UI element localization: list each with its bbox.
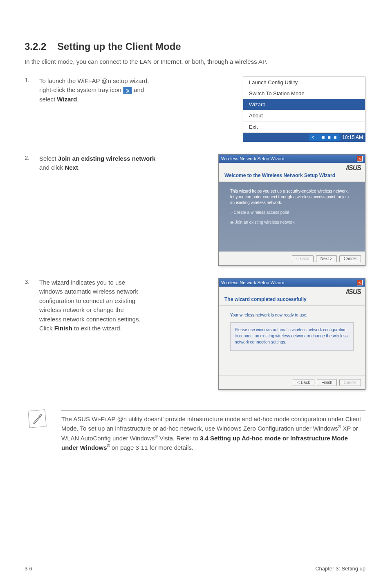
wizard-content: This wizard helps you set up a security-…	[219, 182, 365, 251]
next-button[interactable]: Next >	[316, 255, 337, 262]
wizard-welcome-screenshot: Wireless Network Setup Wizard × /iSUS We…	[218, 154, 365, 266]
note-part: The ASUS Wi-Fi AP @n utility doesnt' pro…	[61, 415, 361, 432]
section-heading: Setting up the Client Mode	[57, 41, 181, 52]
wizard-heading: The wizard completed successfully	[219, 296, 365, 306]
menu-item-wizard[interactable]: Wizard	[243, 99, 365, 110]
brand-logo: /iSUS	[219, 287, 365, 296]
note-box: The ASUS Wi-Fi AP @n utility doesnt' pro…	[25, 410, 365, 453]
step-number: 1.	[25, 76, 33, 104]
step-body: Select Join an existing wireless network…	[39, 154, 159, 173]
wizard-ready-text: Your wireless network is now ready to us…	[230, 312, 354, 318]
finish-button[interactable]: Finish	[317, 379, 337, 386]
step-number: 3.	[25, 278, 33, 333]
step-3: 3. The wizard indicates you to use windo…	[25, 278, 365, 390]
wizard-info-box: Please use windows automatic wireless ne…	[230, 322, 354, 351]
wizard-titlebar: Wireless Network Setup Wizard ×	[219, 155, 365, 163]
step-body: The wizard indicates you to use windows …	[39, 278, 147, 333]
step-1: 1. To launch the WiFi-AP @n setup wizard…	[25, 76, 365, 142]
menu-item-exit[interactable]: Exit	[243, 121, 365, 132]
brand-logo: /iSUS	[219, 163, 365, 172]
radio-label: Create a wireless access point	[234, 210, 289, 215]
wizard-heading: Welcome to the Wireless Network Setup Wi…	[219, 172, 365, 182]
step-body: To launch the WiFi-AP @n setup wizard, r…	[39, 76, 159, 104]
wizard-intro-text: This wizard helps you set up a security-…	[230, 189, 354, 206]
wizard-title: Wireless Network Setup Wizard	[221, 156, 285, 161]
tray-icons: < ■ ■ ■	[309, 134, 340, 141]
note-icon	[28, 409, 47, 428]
tray-icon: (((	[123, 87, 132, 94]
registered-mark: ®	[338, 424, 341, 429]
page-footer: 3-6 Chapter 3: Setting up	[25, 562, 365, 572]
chapter-label: Chapter 3: Setting up	[315, 566, 365, 572]
step-text: to exit the wizard.	[74, 325, 122, 332]
taskbar-time: 10:15 AM	[342, 135, 363, 140]
wizard-content: Your wireless network is now ready to us…	[219, 306, 365, 375]
radio-create-ap[interactable]: ○ Create a wireless access point	[230, 210, 354, 215]
wizard-titlebar: Wireless Network Setup Wizard ×	[219, 278, 365, 287]
menu-item-about[interactable]: About	[243, 110, 365, 121]
step-text: Select	[39, 155, 58, 162]
step-text: The wizard indicates you to use windows …	[39, 279, 141, 332]
step-2: 2. Select Join an existing wireless netw…	[25, 154, 365, 266]
menu-item-switch[interactable]: Switch To Station Mode	[243, 88, 365, 99]
page-number: 3-6	[25, 566, 32, 572]
registered-mark: ®	[107, 444, 110, 448]
note-part: Vista. Refer to	[158, 435, 200, 442]
close-icon[interactable]: ×	[357, 280, 363, 285]
section-title: 3.2.2 Setting up the Client Mode	[25, 41, 365, 52]
cancel-button[interactable]: Cancel	[339, 255, 361, 262]
note-text: The ASUS Wi-Fi AP @n utility doesnt' pro…	[61, 410, 365, 453]
note-part: on page 3-11 for more details.	[110, 444, 193, 451]
back-button[interactable]: < Back	[293, 379, 314, 386]
taskbar: < ■ ■ ■ 10:15 AM	[243, 133, 365, 142]
section-number: 3.2.2	[25, 41, 46, 52]
step-bold: Finish	[54, 325, 72, 332]
wizard-title: Wireless Network Setup Wizard	[221, 280, 285, 285]
step-text: and click	[39, 164, 65, 171]
radio-label: Join an existing wireless network	[235, 220, 295, 224]
back-button: < Back	[292, 255, 314, 262]
intro-paragraph: In the client mode, you can connect to t…	[25, 57, 365, 67]
step-text: .	[77, 96, 78, 103]
step-bold: Wizard	[57, 96, 77, 103]
step-number: 2.	[25, 154, 33, 173]
cancel-button: Cancel	[339, 379, 361, 386]
step-bold: Next	[65, 164, 78, 171]
menu-item-launch[interactable]: Launch Config Utility	[243, 77, 365, 88]
wizard-complete-screenshot: Wireless Network Setup Wizard × /iSUS Th…	[218, 278, 365, 390]
step-bold: Join an existing wireless network	[58, 155, 155, 162]
step-text: .	[78, 164, 80, 171]
close-icon[interactable]: ×	[357, 156, 363, 162]
registered-mark: ®	[155, 434, 157, 439]
context-menu-screenshot: Launch Config Utility Switch To Station …	[243, 76, 365, 142]
radio-join-network[interactable]: ◉ Join an existing wireless network	[230, 220, 354, 225]
step-text: To launch the WiFi-AP @n setup wizard, r…	[39, 77, 149, 94]
